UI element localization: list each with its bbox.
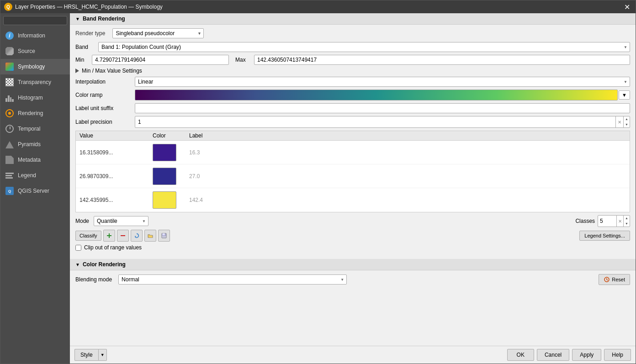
color-table-header: Value Color Label (76, 131, 630, 141)
classes-spin-down[interactable]: ▼ (624, 221, 630, 227)
minmax-settings-row[interactable]: Min / Max Value Settings (75, 68, 630, 74)
band-rendering-header[interactable]: ▼ Band Rendering (70, 13, 636, 25)
ok-button[interactable]: OK (507, 349, 534, 361)
transparency-icon (5, 78, 14, 86)
label-unit-suffix-input[interactable] (135, 103, 630, 113)
apply-button[interactable]: Apply (572, 349, 601, 361)
sidebar-item-temporal[interactable]: Temporal (0, 121, 70, 137)
min-max-row: Min Max (75, 55, 630, 65)
rendering-icon (5, 109, 14, 117)
scrollable-area: ▼ Band Rendering Render type Singleband … (70, 13, 636, 346)
label-precision-label: Label precision (75, 119, 135, 125)
table-scroll-area: 16.3158099... 16.3 26.9870309... (76, 141, 630, 212)
max-input[interactable] (254, 55, 630, 65)
sidebar-item-label: Source (18, 48, 35, 54)
precision-spin-up[interactable]: ▲ (624, 116, 630, 122)
sidebar-item-symbology[interactable]: Symbology (0, 59, 70, 74)
qgis-icon: Q (5, 187, 14, 195)
help-button[interactable]: Help (604, 349, 631, 361)
sidebar-item-label: Information (18, 32, 45, 39)
classes-input[interactable] (598, 216, 616, 227)
svg-rect-5 (162, 233, 164, 235)
sidebar-item-label: Rendering (18, 110, 43, 116)
reset-button[interactable]: Reset (599, 274, 630, 285)
color-ramp-display[interactable] (135, 90, 618, 100)
table-row[interactable]: 26.9870309... 27.0 (76, 164, 630, 188)
cell-color[interactable] (153, 144, 189, 161)
source-icon (5, 47, 14, 55)
minmax-settings-label: Min / Max Value Settings (82, 68, 142, 74)
color-swatch[interactable] (153, 191, 176, 209)
sidebar-item-label: Legend (18, 172, 36, 179)
table-row[interactable]: 16.3158099... 16.3 (76, 141, 630, 164)
col-label-header: Label (189, 132, 626, 139)
color-swatch[interactable] (153, 168, 176, 185)
label-precision-wrapper: ✕ ▲ ▼ (135, 116, 630, 128)
sidebar-item-source[interactable]: Source (0, 43, 70, 59)
classify-button[interactable]: Classify (75, 231, 101, 241)
cell-color[interactable] (153, 191, 189, 209)
min-input[interactable] (92, 55, 229, 65)
sidebar-item-label: Metadata (18, 157, 41, 163)
label-precision-row: Label precision ✕ ▲ ▼ (75, 116, 630, 128)
open-color-map-button[interactable] (144, 230, 156, 242)
svg-rect-2 (121, 235, 125, 236)
precision-clear-btn[interactable]: ✕ (615, 116, 623, 127)
color-swatch[interactable] (153, 144, 176, 161)
add-class-button[interactable] (103, 230, 115, 242)
table-row[interactable]: 142.435995... 142.4 (76, 188, 630, 212)
classes-spin: ▲ ▼ (623, 216, 630, 227)
sidebar-item-rendering[interactable]: Rendering (0, 106, 70, 121)
load-color-map-button[interactable] (131, 230, 143, 242)
sidebar-item-metadata[interactable]: Metadata (0, 152, 70, 168)
sidebar-item-information[interactable]: i Information (0, 28, 70, 43)
mode-row: Mode Quantile ▼ Classes ✕ (75, 215, 630, 227)
legend-settings-button[interactable]: Legend Settings... (579, 231, 630, 241)
cell-label: 142.4 (189, 197, 626, 203)
style-dropdown-btn[interactable]: ▼ (98, 349, 107, 361)
sidebar-item-label: Pyramids (18, 141, 41, 148)
sidebar-item-label: Transparency (18, 79, 51, 85)
render-type-select[interactable]: Singleband pseudocolor (112, 28, 204, 38)
classes-right: Classes ✕ ▲ ▼ (575, 215, 630, 227)
mode-select[interactable]: Quantile (94, 216, 148, 226)
cell-color[interactable] (153, 168, 189, 185)
sidebar-item-histogram[interactable]: Histogram (0, 90, 70, 106)
cancel-button[interactable]: Cancel (537, 349, 569, 361)
clip-row: Clip out of range values (75, 244, 630, 251)
label-precision-input[interactable] (135, 116, 615, 127)
sidebar-search[interactable] (3, 16, 67, 25)
bottom-bar: Style ▼ OK Cancel Apply Help (70, 346, 636, 364)
pyramids-icon (5, 140, 14, 148)
save-color-map-button[interactable] (158, 230, 170, 242)
toolbar-row: Classify (75, 230, 630, 242)
interpolation-select[interactable]: Linear (135, 77, 630, 87)
precision-spin-down[interactable]: ▼ (624, 122, 630, 127)
reset-icon (604, 276, 610, 283)
clip-checkbox[interactable] (75, 245, 81, 251)
svg-rect-1 (107, 235, 111, 236)
sidebar-item-pyramids[interactable]: Pyramids (0, 137, 70, 152)
app-icon: Q (4, 3, 12, 11)
remove-class-button[interactable] (117, 230, 129, 242)
col-value-header: Value (80, 132, 153, 139)
cell-value: 142.435995... (80, 197, 153, 203)
color-rendering-header[interactable]: ▼ Color Rendering (70, 259, 636, 270)
color-ramp-dropdown-btn[interactable]: ▼ (619, 90, 630, 100)
sidebar-item-legend[interactable]: Legend (0, 168, 70, 183)
blending-mode-select[interactable]: Normal (118, 274, 347, 285)
classes-clear-btn[interactable]: ✕ (616, 216, 623, 227)
blending-row: Blending mode Normal ▼ (75, 274, 630, 285)
band-select[interactable]: Band 1: Population Count (Gray) (98, 42, 630, 52)
save-icon (161, 232, 167, 239)
close-button[interactable]: ✕ (622, 3, 632, 11)
sidebar-item-transparency[interactable]: Transparency (0, 74, 70, 90)
title-bar: Q Layer Properties — HRSL_HCMC_Populatio… (0, 0, 636, 13)
sidebar-item-qgis-server[interactable]: Q QGIS Server (0, 183, 70, 199)
sidebar-item-label: QGIS Server (18, 188, 49, 194)
classes-label: Classes (575, 218, 595, 224)
classes-spin-up[interactable]: ▲ (624, 216, 630, 221)
style-button[interactable]: Style (74, 349, 98, 361)
refresh-icon (134, 232, 139, 239)
min-label: Min (75, 57, 89, 63)
